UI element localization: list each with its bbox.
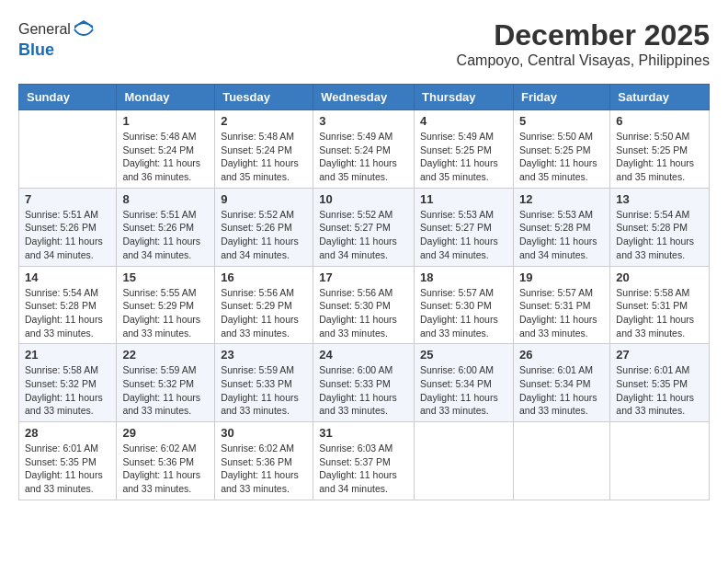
day-info: Sunrise: 5:55 AMSunset: 5:29 PMDaylight:… <box>122 286 209 340</box>
day-number: 17 <box>319 270 408 284</box>
weekday-header-thursday: Thursday <box>415 85 514 110</box>
day-info: Sunrise: 6:02 AMSunset: 5:36 PMDaylight:… <box>122 442 209 496</box>
day-number: 19 <box>519 270 604 284</box>
day-number: 9 <box>221 192 307 206</box>
day-number: 3 <box>319 114 408 128</box>
calendar-cell: 27 Sunrise: 6:01 AMSunset: 5:35 PMDaylig… <box>610 344 710 422</box>
calendar-header-row: SundayMondayTuesdayWednesdayThursdayFrid… <box>19 85 710 110</box>
month-title: December 2025 <box>457 18 710 52</box>
day-info: Sunrise: 5:58 AMSunset: 5:31 PMDaylight:… <box>616 286 703 340</box>
calendar-cell: 24 Sunrise: 6:00 AMSunset: 5:33 PMDaylig… <box>313 344 415 422</box>
day-info: Sunrise: 5:48 AMSunset: 5:24 PMDaylight:… <box>221 130 307 184</box>
day-info: Sunrise: 6:01 AMSunset: 5:35 PMDaylight:… <box>616 363 703 418</box>
calendar-cell: 17 Sunrise: 5:56 AMSunset: 5:30 PMDaylig… <box>313 266 415 344</box>
calendar-week-row: 14 Sunrise: 5:54 AMSunset: 5:28 PMDaylig… <box>19 266 710 344</box>
day-info: Sunrise: 6:00 AMSunset: 5:34 PMDaylight:… <box>420 363 507 418</box>
day-number: 27 <box>616 348 703 362</box>
day-info: Sunrise: 5:54 AMSunset: 5:28 PMDaylight:… <box>25 286 110 340</box>
day-info: Sunrise: 5:56 AMSunset: 5:30 PMDaylight:… <box>319 286 408 340</box>
logo-icon <box>73 18 95 40</box>
logo-general-text: General <box>18 21 71 38</box>
day-number: 30 <box>221 426 307 440</box>
calendar-cell: 1 Sunrise: 5:48 AMSunset: 5:24 PMDayligh… <box>117 110 215 189</box>
day-info: Sunrise: 6:02 AMSunset: 5:36 PMDaylight:… <box>221 442 307 496</box>
day-number: 24 <box>319 348 408 362</box>
calendar-cell: 2 Sunrise: 5:48 AMSunset: 5:24 PMDayligh… <box>215 110 313 189</box>
title-section: December 2025 Campoyo, Central Visayas, … <box>457 18 710 69</box>
calendar-cell: 29 Sunrise: 6:02 AMSunset: 5:36 PMDaylig… <box>117 422 215 500</box>
day-info: Sunrise: 5:50 AMSunset: 5:25 PMDaylight:… <box>519 130 604 184</box>
day-number: 6 <box>616 114 703 128</box>
calendar-table: SundayMondayTuesdayWednesdayThursdayFrid… <box>18 84 710 500</box>
weekday-header-saturday: Saturday <box>610 85 710 110</box>
logo-blue-text: Blue <box>18 40 54 59</box>
day-number: 29 <box>122 426 209 440</box>
day-number: 7 <box>25 192 110 206</box>
day-info: Sunrise: 5:56 AMSunset: 5:29 PMDaylight:… <box>221 286 307 340</box>
calendar-cell: 18 Sunrise: 5:57 AMSunset: 5:30 PMDaylig… <box>415 266 514 344</box>
calendar-cell: 14 Sunrise: 5:54 AMSunset: 5:28 PMDaylig… <box>19 266 117 344</box>
weekday-header-wednesday: Wednesday <box>313 85 415 110</box>
weekday-header-tuesday: Tuesday <box>215 85 313 110</box>
calendar-cell: 6 Sunrise: 5:50 AMSunset: 5:25 PMDayligh… <box>610 110 710 189</box>
day-info: Sunrise: 5:52 AMSunset: 5:26 PMDaylight:… <box>221 208 307 262</box>
calendar-week-row: 28 Sunrise: 6:01 AMSunset: 5:35 PMDaylig… <box>19 422 710 500</box>
day-number: 25 <box>420 348 507 362</box>
day-number: 26 <box>519 348 604 362</box>
day-info: Sunrise: 5:59 AMSunset: 5:32 PMDaylight:… <box>122 363 209 418</box>
day-number: 14 <box>25 270 110 284</box>
weekday-header-monday: Monday <box>117 85 215 110</box>
day-number: 2 <box>221 114 307 128</box>
calendar-cell: 21 Sunrise: 5:58 AMSunset: 5:32 PMDaylig… <box>19 344 117 422</box>
calendar-cell: 3 Sunrise: 5:49 AMSunset: 5:24 PMDayligh… <box>313 110 415 189</box>
day-number: 31 <box>319 426 408 440</box>
day-number: 21 <box>25 348 110 362</box>
calendar-cell: 30 Sunrise: 6:02 AMSunset: 5:36 PMDaylig… <box>215 422 313 500</box>
day-info: Sunrise: 5:57 AMSunset: 5:30 PMDaylight:… <box>420 286 507 340</box>
day-info: Sunrise: 5:58 AMSunset: 5:32 PMDaylight:… <box>25 363 110 418</box>
day-number: 18 <box>420 270 507 284</box>
day-info: Sunrise: 5:49 AMSunset: 5:24 PMDaylight:… <box>319 130 408 184</box>
calendar-cell <box>513 422 609 500</box>
calendar-cell: 23 Sunrise: 5:59 AMSunset: 5:33 PMDaylig… <box>215 344 313 422</box>
calendar-cell: 20 Sunrise: 5:58 AMSunset: 5:31 PMDaylig… <box>610 266 710 344</box>
day-info: Sunrise: 5:53 AMSunset: 5:28 PMDaylight:… <box>519 208 604 262</box>
day-number: 22 <box>122 348 209 362</box>
day-number: 15 <box>122 270 209 284</box>
calendar-cell: 16 Sunrise: 5:56 AMSunset: 5:29 PMDaylig… <box>215 266 313 344</box>
day-info: Sunrise: 5:54 AMSunset: 5:28 PMDaylight:… <box>616 208 703 262</box>
calendar-cell: 13 Sunrise: 5:54 AMSunset: 5:28 PMDaylig… <box>610 188 710 266</box>
day-info: Sunrise: 5:53 AMSunset: 5:27 PMDaylight:… <box>420 208 507 262</box>
calendar-cell: 25 Sunrise: 6:00 AMSunset: 5:34 PMDaylig… <box>415 344 514 422</box>
calendar-week-row: 21 Sunrise: 5:58 AMSunset: 5:32 PMDaylig… <box>19 344 710 422</box>
calendar-cell: 11 Sunrise: 5:53 AMSunset: 5:27 PMDaylig… <box>415 188 514 266</box>
calendar-cell: 28 Sunrise: 6:01 AMSunset: 5:35 PMDaylig… <box>19 422 117 500</box>
calendar-cell: 7 Sunrise: 5:51 AMSunset: 5:26 PMDayligh… <box>19 188 117 266</box>
day-number: 4 <box>420 114 507 128</box>
day-number: 1 <box>122 114 209 128</box>
day-number: 20 <box>616 270 703 284</box>
calendar-cell: 8 Sunrise: 5:51 AMSunset: 5:26 PMDayligh… <box>117 188 215 266</box>
calendar-cell <box>610 422 710 500</box>
day-number: 10 <box>319 192 408 206</box>
calendar-cell: 31 Sunrise: 6:03 AMSunset: 5:37 PMDaylig… <box>313 422 415 500</box>
day-info: Sunrise: 5:52 AMSunset: 5:27 PMDaylight:… <box>319 208 408 262</box>
day-info: Sunrise: 5:50 AMSunset: 5:25 PMDaylight:… <box>616 130 703 184</box>
calendar-cell <box>19 110 117 189</box>
calendar-cell <box>415 422 514 500</box>
weekday-header-friday: Friday <box>513 85 609 110</box>
calendar-cell: 9 Sunrise: 5:52 AMSunset: 5:26 PMDayligh… <box>215 188 313 266</box>
location-title: Campoyo, Central Visayas, Philippines <box>457 52 710 69</box>
calendar-cell: 10 Sunrise: 5:52 AMSunset: 5:27 PMDaylig… <box>313 188 415 266</box>
calendar-cell: 22 Sunrise: 5:59 AMSunset: 5:32 PMDaylig… <box>117 344 215 422</box>
calendar-cell: 19 Sunrise: 5:57 AMSunset: 5:31 PMDaylig… <box>513 266 609 344</box>
day-number: 11 <box>420 192 507 206</box>
day-info: Sunrise: 6:00 AMSunset: 5:33 PMDaylight:… <box>319 363 408 418</box>
day-number: 23 <box>221 348 307 362</box>
calendar-cell: 15 Sunrise: 5:55 AMSunset: 5:29 PMDaylig… <box>117 266 215 344</box>
logo: General Blue <box>18 18 95 60</box>
weekday-header-sunday: Sunday <box>19 85 117 110</box>
calendar-cell: 26 Sunrise: 6:01 AMSunset: 5:34 PMDaylig… <box>513 344 609 422</box>
day-info: Sunrise: 5:57 AMSunset: 5:31 PMDaylight:… <box>519 286 604 340</box>
day-info: Sunrise: 6:03 AMSunset: 5:37 PMDaylight:… <box>319 442 408 496</box>
